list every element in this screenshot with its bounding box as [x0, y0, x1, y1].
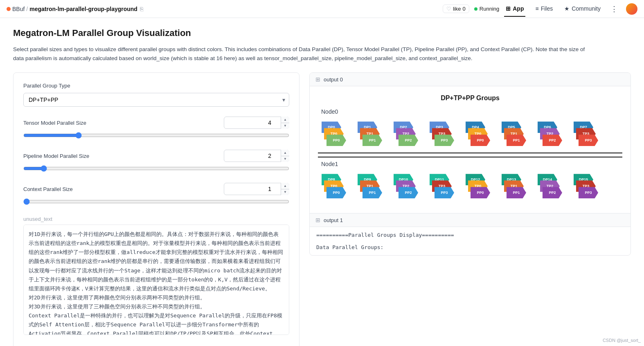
cp-label: Context Parallel Size	[23, 186, 217, 192]
description: Select parallel sizes and types to visua…	[13, 45, 586, 63]
group-type-label: Parallel Group Type	[23, 83, 289, 89]
gpu-chip-9: DP9TP1PP1	[357, 174, 387, 198]
output1-section: ⊞ output 1 ==========Parallel Groups Dis…	[310, 213, 630, 255]
unused-textarea[interactable]: 对1D并行来说，每一个并行组的GPU上的颜色都是相同的。具体点：对于数据并行来说…	[23, 225, 289, 335]
repo-name[interactable]: megatron-lm-parallel-group-playground	[29, 6, 137, 12]
chip-layer-2-gpu-0: PP0	[327, 135, 346, 146]
copy-icon[interactable]: ⎘	[140, 6, 143, 12]
output1-text: ==========Parallel Groups Display=======…	[310, 227, 630, 255]
nav-right: ⊞ App ≡ Files ★ Community ⋮	[504, 1, 637, 17]
output1-header: ⊞ output 1	[310, 213, 630, 227]
group-type-select[interactable]: DP+TP+PP DP+TP DP+PP TP+PP DP TP PP	[23, 93, 289, 107]
cp-size-group: Context Parallel Size ▲ ▼	[23, 183, 289, 206]
node-label-node1: Node1	[318, 161, 622, 167]
output1-line2	[316, 238, 624, 244]
gpu-chip-2: DP2TP2PP2	[393, 121, 423, 146]
output1-icon: ⊞	[315, 217, 320, 223]
cp-increment[interactable]: ▲	[281, 183, 289, 189]
tp-row: Tensor Model Parallel Size ▲ ▼	[23, 117, 289, 129]
node-node0: Node0DP0TP0PP0DP1TP1PP1DP2TP2PP2DP3TP3PP…	[318, 108, 622, 153]
output1-line1: ==========Parallel Groups Display=======…	[316, 232, 624, 238]
avatar[interactable]	[626, 3, 637, 15]
pp-label: Pipeline Model Parallel Size	[23, 153, 217, 159]
tp-size-group: Tensor Model Parallel Size ▲ ▼	[23, 117, 289, 140]
cp-input[interactable]	[224, 183, 289, 195]
like-label: like	[453, 6, 461, 12]
group-type-select-wrapper: DP+TP+PP DP+TP DP+PP TP+PP DP TP PP ▾	[23, 93, 289, 107]
files-icon: ≡	[535, 5, 538, 12]
output0-icon: ⊞	[315, 76, 320, 83]
pp-decrement[interactable]: ▼	[281, 156, 289, 162]
chip-layer-2-gpu-12: PP0	[471, 187, 490, 198]
tab-community-label: Community	[572, 5, 601, 12]
right-panel: ⊞ output 0 DP+TP+PP Groups Node0DP0TP0PP…	[309, 72, 631, 256]
node-node1: Node1DP8TP0PP0DP9TP1PP1DP10TP2PP2DP11TP3…	[318, 157, 622, 202]
pp-input-wrapper: ▲ ▼	[224, 150, 289, 162]
cp-range[interactable]	[23, 198, 289, 205]
viz-area: DP+TP+PP Groups Node0DP0TP0PP0DP1TP1PP1D…	[310, 86, 630, 213]
tab-app[interactable]: ⊞ App	[504, 1, 525, 17]
bbuf-label[interactable]: BBuf	[12, 6, 25, 12]
gpu-chip-5: DP5TP1PP1	[501, 121, 531, 146]
chip-layer-2-gpu-15: PP3	[579, 187, 598, 198]
gpu-chip-14: DP14TP2PP2	[537, 174, 567, 198]
tab-app-label: App	[513, 5, 524, 12]
app-icon: ⊞	[506, 5, 511, 12]
pp-input[interactable]	[224, 150, 289, 162]
tp-label: Tensor Model Parallel Size	[23, 120, 217, 126]
chip-layer-2-gpu-2: PP2	[399, 135, 418, 146]
page-title: Megatron-LM Parallel Group Visualization	[13, 28, 631, 38]
pp-range-wrapper	[23, 165, 289, 173]
status-label: Running	[480, 6, 499, 12]
tab-files[interactable]: ≡ Files	[534, 1, 554, 17]
output1-line3: Data Parallel Groups:	[316, 244, 624, 250]
watermark: CSDN @just_sort_	[603, 338, 641, 343]
gpu-chip-4: DP4TP0PP0	[465, 121, 495, 146]
breadcrumb-slash: /	[26, 6, 28, 12]
gpu-chip-3: DP3TP3PP3	[429, 121, 459, 146]
tp-input-wrapper: ▲ ▼	[224, 117, 289, 129]
chip-layer-2-gpu-3: PP3	[435, 135, 454, 146]
topnav: BBuf / megatron-lm-parallel-group-playgr…	[0, 0, 644, 18]
gpu-chip-8: DP8TP0PP0	[321, 174, 351, 198]
viz-title: DP+TP+PP Groups	[318, 94, 622, 102]
gpu-chip-0: DP0TP0PP0	[321, 121, 351, 146]
group-type-group: Parallel Group Type DP+TP+PP DP+TP DP+PP…	[23, 83, 289, 107]
more-options-icon[interactable]: ⋮	[610, 4, 618, 13]
heart-icon: ♡	[446, 6, 451, 12]
tp-increment[interactable]: ▲	[281, 117, 289, 123]
like-button[interactable]: ♡ like 0	[443, 4, 469, 13]
cp-spinners: ▲ ▼	[281, 183, 289, 195]
chip-layer-2-gpu-8: PP0	[327, 187, 346, 198]
status-badge: Running	[474, 6, 499, 12]
tp-input[interactable]	[224, 117, 289, 129]
tp-range[interactable]	[23, 132, 289, 139]
node-row-node0: DP0TP0PP0DP1TP1PP1DP2TP2PP2DP3TP3PP3DP4T…	[318, 118, 622, 149]
gpu-chip-10: DP10TP2PP2	[393, 174, 423, 198]
pp-spinners: ▲ ▼	[281, 150, 289, 162]
chip-layer-2-gpu-7: PP3	[579, 135, 598, 146]
tab-community[interactable]: ★ Community	[563, 1, 602, 17]
output1-label: output 1	[324, 217, 343, 223]
community-icon: ★	[564, 5, 570, 12]
main-content: Megatron-LM Parallel Group Visualization…	[0, 18, 644, 346]
chip-layer-2-gpu-14: PP2	[543, 187, 562, 198]
pp-row: Pipeline Model Parallel Size ▲ ▼	[23, 150, 289, 162]
pp-range[interactable]	[23, 165, 289, 172]
tab-files-label: Files	[541, 5, 553, 12]
pp-increment[interactable]: ▲	[281, 150, 289, 156]
node-label-node0: Node0	[318, 108, 622, 115]
chip-layer-2-gpu-6: PP2	[543, 135, 562, 146]
gpu-chip-12: DP12TP0PP0	[465, 174, 495, 198]
chip-layer-2-gpu-1: PP1	[363, 135, 382, 146]
tp-decrement[interactable]: ▼	[281, 123, 289, 129]
cp-row: Context Parallel Size ▲ ▼	[23, 183, 289, 195]
chip-layer-2-gpu-9: PP1	[363, 187, 382, 198]
output0-label: output 0	[324, 76, 343, 83]
cp-input-wrapper: ▲ ▼	[224, 183, 289, 195]
cp-decrement[interactable]: ▼	[281, 189, 289, 195]
columns: Parallel Group Type DP+TP+PP DP+TP DP+PP…	[13, 72, 631, 346]
gpu-chip-1: DP1TP1PP1	[357, 121, 387, 146]
gpu-chip-11: DP11TP3PP3	[429, 174, 459, 198]
unused-text-group: unused_text 对1D并行来说，每一个并行组的GPU上的颜色都是相同的。…	[23, 216, 289, 336]
